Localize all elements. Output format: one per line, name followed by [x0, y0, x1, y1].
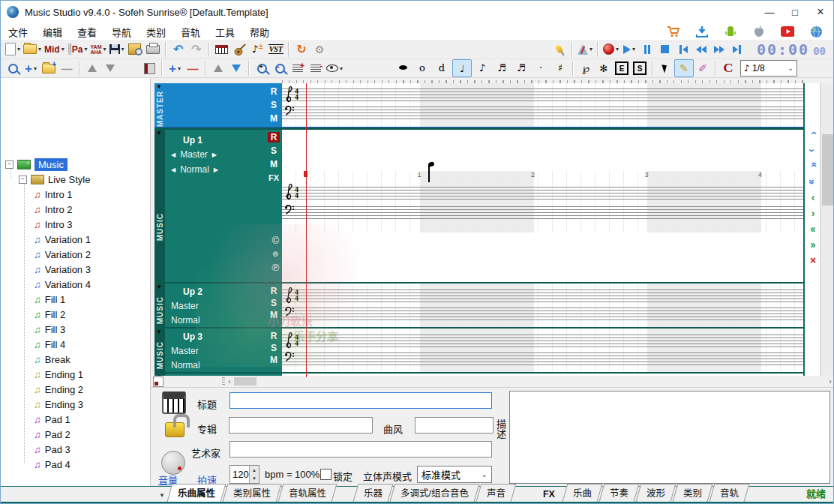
tab--[interactable]: 乐曲属性 [170, 484, 224, 502]
tree-item-live-style[interactable]: Live Style [31, 172, 90, 186]
up3-strip[interactable]: ▼ MUSIC [154, 328, 165, 372]
nudge-left-button[interactable]: ‹ [806, 191, 819, 202]
delete-button[interactable]: × [806, 254, 819, 266]
up1-strip[interactable]: ▼ MUSIC [154, 130, 165, 282]
longa-button[interactable] [394, 59, 412, 76]
whole-note-button[interactable]: o [413, 59, 431, 76]
tree-item-variation-1[interactable]: ♫ Variation 1 [34, 232, 91, 246]
add-folder-button[interactable] [40, 60, 58, 76]
add-track-button[interactable]: +▾ [166, 60, 184, 76]
guitar-button[interactable] [231, 41, 249, 58]
record-toggle[interactable]: R [268, 286, 280, 296]
fx-button[interactable]: FX [268, 172, 280, 183]
up1-staff-lane[interactable]: 44 [282, 128, 803, 282]
tab--[interactable]: 多调式/组合音色 [392, 484, 477, 502]
dot-button[interactable]: · [532, 59, 550, 76]
refresh-button[interactable]: ↻ [292, 41, 310, 58]
tab--[interactable]: 乐曲 [565, 484, 600, 502]
menu-6[interactable]: 工具 [208, 23, 242, 40]
jump-right-button[interactable]: ›› [806, 238, 819, 250]
thirty-second-note-button[interactable]: ♬ [512, 59, 530, 76]
collapse-icon[interactable]: ▼ [156, 84, 162, 90]
record-toggle[interactable]: R [268, 86, 280, 97]
tree-item-intro-3[interactable]: ♫ Intro 3 [34, 218, 73, 231]
up3-mode-selector[interactable]: Normal [171, 360, 200, 370]
menu-7[interactable]: 帮助 [242, 23, 277, 40]
move-top-button[interactable]: ›› [807, 159, 818, 172]
tree-item-music[interactable]: Music [17, 158, 68, 171]
master-track-header[interactable]: ▼ MASTER R S M [154, 83, 282, 128]
redo-button[interactable]: ↷ [188, 41, 206, 58]
tempo-stepper[interactable]: 120 ▲▼ [230, 465, 260, 484]
note-event[interactable] [428, 162, 436, 183]
tree-item-ending-1[interactable]: ♫ Ending 1 [34, 368, 83, 381]
eraser-tool-button[interactable]: ✐ [694, 60, 712, 76]
title-input[interactable] [230, 392, 492, 409]
snap-magnet-button[interactable]: C [719, 60, 737, 76]
tab--[interactable]: 音轨 [712, 484, 747, 502]
solo-toggle[interactable]: S [268, 146, 280, 156]
zoom-in-button[interactable]: + [253, 60, 271, 76]
move-down-button[interactable]: › [807, 143, 818, 157]
vst-button[interactable]: VST [267, 41, 285, 58]
mute-toggle[interactable]: M [268, 159, 280, 170]
nudge-right-button[interactable]: › [806, 207, 819, 218]
tree-item-variation-4[interactable]: ♫ Variation 4 [34, 278, 91, 291]
tab--[interactable]: 乐器 [356, 484, 391, 502]
tree-item-variation-2[interactable]: ♫ Variation 2 [34, 248, 91, 261]
expander-music[interactable]: − [5, 160, 14, 169]
tree-item-intro-2[interactable]: ♫ Intro 2 [34, 202, 73, 216]
close-button[interactable]: × [808, 1, 833, 23]
tree-item-pad-4[interactable]: ♫ Pad 4 [34, 458, 70, 471]
scroll-thumb[interactable] [234, 377, 256, 386]
record-toggle[interactable]: R [268, 331, 280, 341]
stop-button[interactable] [656, 41, 674, 58]
metronome-button[interactable]: ▾ [576, 41, 594, 58]
up2-staff-lane[interactable]: 44 [282, 282, 803, 327]
zoom-out-button[interactable]: - [271, 60, 289, 76]
open-file-button[interactable]: ▾ [22, 41, 43, 58]
up3-track-header[interactable]: ▼ MUSIC Up 3 Master Normal R S M [154, 327, 282, 372]
up2-bank-selector[interactable]: Master [171, 301, 199, 311]
jump-left-button[interactable]: ‹‹ [806, 223, 819, 234]
youtube-icon[interactable] [781, 25, 794, 38]
registered-icon[interactable]: ⊚ [272, 250, 278, 258]
menu-1[interactable]: 编辑 [35, 23, 70, 40]
apple-icon[interactable] [752, 25, 766, 38]
lock-checkbox[interactable] [320, 469, 332, 480]
minimize-button[interactable]: — [757, 1, 782, 23]
scroll-right-button[interactable]: › [826, 376, 834, 386]
description-textarea[interactable] [509, 391, 830, 484]
tab--[interactable]: 音轨属性 [280, 484, 334, 502]
move-bottom-button[interactable]: ›› [807, 175, 818, 188]
tree-item-ending-2[interactable]: ♫ Ending 2 [34, 382, 83, 396]
sharp-button[interactable]: ♯ [551, 59, 569, 76]
mute-toggle[interactable]: M [268, 113, 280, 124]
solo-toggle[interactable]: S [268, 343, 280, 353]
download-icon[interactable] [695, 25, 709, 38]
record-button[interactable]: ▾ [602, 41, 620, 58]
tree-item-ending-3[interactable]: ♫ Ending 3 [34, 398, 83, 411]
piano-keyboard-button[interactable] [213, 41, 231, 58]
category-down-button[interactable] [101, 60, 119, 76]
playhead[interactable] [306, 83, 307, 377]
fast-forward-button[interactable] [710, 41, 728, 58]
up3-staff-lane[interactable]: 44 [282, 327, 803, 372]
vertical-scrollbar[interactable] [820, 83, 834, 377]
track-up-button[interactable] [209, 60, 227, 76]
up1-bank-selector[interactable]: ◀Master▶ [171, 149, 227, 160]
volume-knob-icon[interactable] [161, 451, 185, 475]
up2-mode-selector[interactable]: Normal [171, 315, 200, 326]
undo-button[interactable]: ↶ [170, 41, 188, 58]
eighth-note-button[interactable]: ♪ [473, 59, 491, 76]
solo-toggle[interactable]: S [268, 100, 280, 110]
rewind-button[interactable] [692, 41, 710, 58]
tab-fx[interactable]: FX [535, 488, 563, 502]
microphone-button[interactable] [550, 41, 568, 58]
print-button[interactable] [144, 41, 162, 58]
tree-item-pad-3[interactable]: ♫ Pad 3 [34, 442, 70, 456]
save-button[interactable]: ▾ [108, 41, 126, 58]
menu-3[interactable]: 导航 [104, 23, 139, 40]
play-button[interactable]: ▾ [620, 41, 638, 58]
menu-4[interactable]: 类别 [139, 23, 173, 40]
